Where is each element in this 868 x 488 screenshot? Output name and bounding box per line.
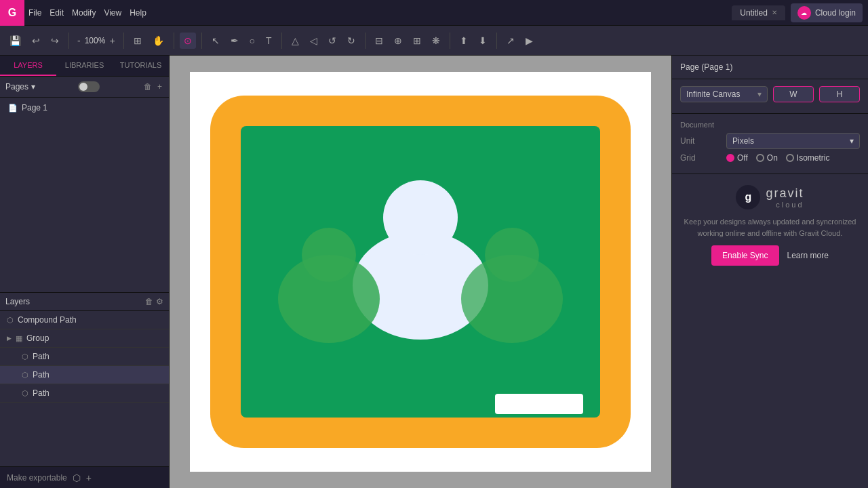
make-exportable-label: Make exportable <box>7 473 67 483</box>
pages-toggle <box>78 81 100 92</box>
group-label: Group <box>26 333 49 343</box>
menu-modify[interactable]: Modify <box>68 5 100 20</box>
align-btn[interactable]: ⊟ <box>371 33 387 49</box>
redo-btn[interactable]: ↪ <box>47 33 63 49</box>
delete-page-btn[interactable]: 🗑 <box>142 81 153 93</box>
play-btn[interactable]: ◁ <box>306 33 321 49</box>
compound-path-icon: ⬡ <box>7 316 14 325</box>
bring-front-btn[interactable]: ⬆ <box>456 33 472 49</box>
triangle-btn[interactable]: △ <box>288 33 303 49</box>
canvas-type-row: Infinite Canvas ▾ W H <box>680 86 860 102</box>
present-btn[interactable]: ▶ <box>521 33 537 49</box>
gravit-sub: cloud <box>766 201 804 209</box>
layers-list: ⬡ Compound Path ▶ ▦ Group ⬡ Path <box>0 311 169 466</box>
pan-btn[interactable]: ✋ <box>149 33 168 49</box>
pages-list: 📄 Page 1 <box>0 98 169 118</box>
close-tab-icon[interactable]: ✕ <box>772 9 777 16</box>
layer-compound-path[interactable]: ⬡ Compound Path <box>0 311 169 329</box>
width-input[interactable]: W <box>773 86 814 102</box>
menu-view[interactable]: View <box>100 5 125 20</box>
undo-btn[interactable]: ↩ <box>28 33 44 49</box>
learn-more-link[interactable]: Learn more <box>787 251 829 260</box>
grid-on-radio[interactable] <box>756 154 764 162</box>
menu-edit[interactable]: Edit <box>45 5 68 20</box>
panel-header: Page (Page 1) <box>672 56 868 79</box>
height-input[interactable]: H <box>819 86 860 102</box>
delete-layer-btn[interactable]: 🗑 <box>145 297 153 306</box>
zoom-minus-btn[interactable]: - <box>75 34 83 47</box>
grid-on-option[interactable]: On <box>756 153 778 163</box>
left-sidebar: LAYERS LIBRARIES TUTORIALS Pages ▾ 🗑 + <box>0 56 170 488</box>
user-avatar: ☁ <box>797 6 811 20</box>
separator-1 <box>68 33 69 49</box>
enable-sync-btn[interactable]: Enable Sync <box>711 245 778 266</box>
add-page-btn[interactable]: + <box>156 81 163 93</box>
fit-btn[interactable]: ⊞ <box>130 33 146 49</box>
tab-libraries[interactable]: LIBRARIES <box>56 56 113 76</box>
export-icon-btn[interactable]: ⬡ <box>73 472 81 483</box>
canvas-area[interactable] <box>170 56 671 488</box>
title-tab[interactable]: Untitled ✕ <box>732 5 785 20</box>
pages-label-text: Pages <box>5 82 28 92</box>
canvas-type-section: Infinite Canvas ▾ W H <box>672 79 868 114</box>
component-btn[interactable]: ❋ <box>428 33 444 49</box>
pages-actions: 🗑 + <box>142 81 163 93</box>
gravit-icon: g <box>736 185 760 209</box>
menu-file[interactable]: File <box>24 5 45 20</box>
path-3-icon: ⬡ <box>22 389 28 398</box>
cloud-login-btn[interactable]: ☁ Cloud login <box>791 3 863 22</box>
pages-label[interactable]: Pages ▾ <box>5 82 35 92</box>
tab-tutorials[interactable]: TUTORIALS <box>113 56 169 76</box>
page-item[interactable]: 📄 Page 1 <box>0 100 169 115</box>
path-3-label: Path <box>33 388 50 398</box>
grid-off-radio[interactable] <box>726 154 734 162</box>
share-btn[interactable]: ↗ <box>502 33 519 49</box>
layer-group[interactable]: ▶ ▦ Group <box>0 329 169 348</box>
separator-7 <box>450 33 450 49</box>
menu-help[interactable]: Help <box>125 5 151 20</box>
unit-row: Unit Pixels ▾ <box>680 133 860 149</box>
canvas-container <box>170 56 671 488</box>
layers-section: Layers 🗑 ⚙ ⬡ Compound Path ▶ ▦ Group <box>0 292 169 466</box>
boolean-btn[interactable]: ⊕ <box>390 33 406 49</box>
top-bar: G File Edit Modify View Help Untitled ✕ … <box>0 0 868 26</box>
grid-isometric-radio[interactable] <box>786 154 794 162</box>
svg-point-8 <box>485 228 539 282</box>
canvas-svg <box>203 89 637 455</box>
send-back-btn[interactable]: ⬇ <box>475 33 491 49</box>
toggle-switch[interactable] <box>78 81 100 92</box>
pen-btn[interactable]: ✒ <box>226 33 243 49</box>
document-label: Document <box>680 121 860 129</box>
layers-actions: 🗑 ⚙ <box>145 297 163 306</box>
rotate-right-btn[interactable]: ↻ <box>343 33 359 49</box>
layer-path-3[interactable]: ⬡ Path <box>0 384 169 403</box>
save-btn[interactable]: 💾 <box>5 33 25 49</box>
sidebar-tabs: LAYERS LIBRARIES TUTORIALS <box>0 56 169 77</box>
select-btn[interactable]: ↖ <box>208 33 224 49</box>
layer-path-2[interactable]: ⬡ Path <box>0 366 169 384</box>
export-btn[interactable]: ⊞ <box>409 33 425 49</box>
text-btn[interactable]: T <box>262 33 276 49</box>
group-expand-icon[interactable]: ▶ <box>7 335 12 342</box>
grid-options: Off On Isometric <box>726 153 830 163</box>
layer-options-btn[interactable]: ⚙ <box>156 297 163 306</box>
gravit-text: gravit cloud <box>766 186 804 209</box>
grid-isometric-option[interactable]: Isometric <box>786 153 830 163</box>
layer-path-1[interactable]: ⬡ Path <box>0 348 169 366</box>
layers-header: Layers 🗑 ⚙ <box>0 292 169 311</box>
grid-off-option[interactable]: Off <box>726 153 748 163</box>
tab-layers[interactable]: LAYERS <box>0 56 56 76</box>
pages-section: Pages ▾ 🗑 + <box>0 77 169 98</box>
cloud-login-label: Cloud login <box>815 8 856 18</box>
zoom-plus-btn[interactable]: + <box>106 34 117 47</box>
shape-btn[interactable]: ○ <box>245 33 259 49</box>
grid-off-label: Off <box>737 153 748 163</box>
canvas-white <box>190 72 651 472</box>
rotate-left-btn[interactable]: ↺ <box>324 33 340 49</box>
snap-btn[interactable]: ⊙ <box>180 33 196 49</box>
canvas-type-select[interactable]: Infinite Canvas ▾ <box>680 86 768 102</box>
unit-select[interactable]: Pixels ▾ <box>726 133 860 149</box>
main-area: LAYERS LIBRARIES TUTORIALS Pages ▾ 🗑 + <box>0 56 868 488</box>
app-logo[interactable]: G <box>0 0 24 26</box>
add-export-btn[interactable]: + <box>86 472 92 483</box>
